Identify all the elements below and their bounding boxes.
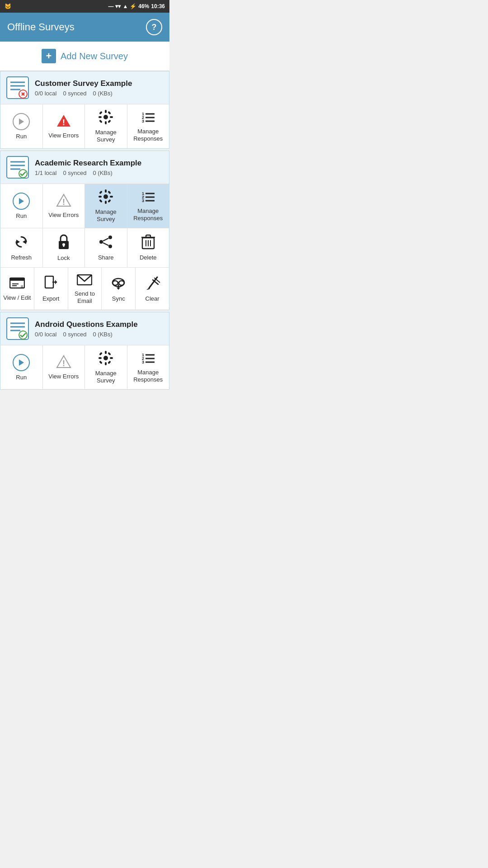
survey-header-android: Android Questions Example 0/0 local 0 sy…	[0, 312, 169, 345]
svg-point-57	[108, 245, 112, 248]
run-button-academic[interactable]: Run	[0, 184, 43, 228]
sync-button[interactable]: Sync	[102, 268, 136, 310]
svg-rect-18	[108, 111, 111, 115]
manage-responses-button-android[interactable]: 1 2 3 Manage Responses	[127, 345, 169, 389]
manage-responses-button-academic[interactable]: 1 2 3 Manage Responses	[127, 184, 169, 228]
svg-rect-39	[110, 196, 113, 198]
survey-header-customer: Customer Survey Example 0/0 local 0 sync…	[0, 71, 169, 104]
signal-icon: ▲	[122, 3, 128, 9]
share-button[interactable]: Share	[85, 228, 127, 267]
survey-actions-android: Run ! View Errors	[0, 345, 169, 389]
svg-text:3: 3	[142, 360, 144, 364]
survey-card-academic: Academic Research Example 1/1 local 0 sy…	[0, 151, 169, 310]
svg-rect-99	[108, 352, 111, 356]
view-errors-button-academic[interactable]: ! View Errors	[43, 184, 85, 228]
share-label: Share	[98, 254, 114, 261]
lock-button[interactable]: Lock	[43, 228, 85, 267]
survey-title-academic: Academic Research Example	[35, 159, 164, 168]
help-icon: ?	[152, 23, 157, 32]
svg-rect-36	[105, 189, 107, 193]
run-label: Run	[16, 133, 27, 140]
manage-survey-button-android[interactable]: Manage Survey	[85, 345, 127, 389]
survey-stats-android: 0/0 local 0 synced 0 (KBs)	[35, 331, 164, 338]
svg-rect-54	[63, 245, 64, 247]
battery-percent: 46%	[138, 3, 149, 9]
svg-text:!: !	[62, 359, 65, 368]
extra-actions-row1-academic: Refresh Lock	[0, 228, 169, 267]
delete-label: Delete	[140, 254, 157, 261]
svg-rect-93	[105, 351, 107, 354]
svg-rect-38	[99, 196, 102, 198]
stat-synced: 0 synced	[63, 90, 86, 97]
view-errors-button-android[interactable]: ! View Errors	[43, 345, 85, 389]
clear-button[interactable]: Clear	[136, 268, 169, 310]
manage-survey-button-academic[interactable]: Manage Survey	[85, 184, 127, 228]
survey-stats-customer: 0/0 local 0 synced 0 (KBs)	[35, 90, 164, 97]
svg-text:≡: ≡	[21, 284, 23, 289]
survey-card-android: Android Questions Example 0/0 local 0 sy…	[0, 312, 169, 390]
status-minus: —	[108, 3, 113, 9]
svg-marker-73	[55, 280, 57, 284]
survey-header-academic: Academic Research Example 1/1 local 0 sy…	[0, 151, 169, 184]
refresh-button[interactable]: Refresh	[0, 228, 43, 267]
run-label-academic: Run	[16, 212, 27, 220]
survey-info-customer: Customer Survey Example 0/0 local 0 sync…	[35, 79, 164, 97]
manage-survey-button-customer[interactable]: Manage Survey	[85, 104, 127, 148]
svg-rect-12	[105, 110, 107, 113]
svg-rect-62	[146, 235, 150, 237]
clock: 10:36	[151, 3, 165, 9]
send-email-label: Send to Email	[70, 290, 100, 304]
svg-point-55	[108, 236, 112, 239]
svg-marker-79	[117, 288, 120, 290]
survey-icon-android	[6, 317, 29, 340]
svg-rect-15	[110, 116, 113, 118]
svg-rect-100	[99, 361, 103, 364]
svg-rect-67	[10, 278, 24, 281]
svg-rect-40	[99, 191, 103, 194]
clear-label: Clear	[145, 295, 160, 302]
manage-responses-label-academic: Manage Responses	[129, 208, 168, 222]
app-header: Offline Surveys ?	[0, 13, 169, 42]
manage-survey-label-android: Manage Survey	[87, 370, 125, 384]
svg-marker-8	[19, 118, 24, 125]
survey-info-academic: Academic Research Example 1/1 local 0 sy…	[35, 159, 164, 176]
stat-synced-academic: 0 synced	[63, 170, 86, 176]
survey-title-customer: Customer Survey Example	[35, 79, 164, 88]
svg-rect-14	[99, 116, 102, 118]
svg-rect-37	[105, 201, 107, 204]
svg-rect-16	[99, 111, 103, 115]
manage-responses-button-customer[interactable]: 1 2 3 Manage Responses	[127, 104, 169, 148]
survey-actions-customer: Run ! View Errors	[0, 104, 169, 148]
svg-point-56	[99, 240, 103, 244]
svg-point-76	[113, 281, 118, 285]
svg-marker-51	[16, 240, 20, 244]
add-survey-label: Add New Survey	[61, 51, 128, 61]
svg-text:!: !	[62, 198, 65, 207]
view-errors-button-customer[interactable]: ! View Errors	[43, 104, 85, 148]
survey-title-android: Android Questions Example	[35, 320, 164, 329]
battery-charging-icon: ⚡	[130, 3, 136, 9]
run-label-android: Run	[16, 374, 27, 381]
view-edit-label: View / Edit	[3, 294, 31, 302]
stat-size: 0 (KBs)	[93, 90, 112, 97]
add-survey-button[interactable]: + Add New Survey	[0, 42, 169, 71]
export-button[interactable]: Export	[34, 268, 68, 310]
plus-icon: +	[42, 49, 56, 63]
svg-text:3: 3	[142, 119, 144, 123]
svg-point-77	[119, 281, 124, 285]
svg-rect-71	[45, 276, 53, 288]
view-errors-label-android: View Errors	[48, 373, 79, 380]
stat-synced-android: 0 synced	[63, 331, 86, 338]
view-edit-button[interactable]: ≡ View / Edit	[0, 268, 34, 310]
help-button[interactable]: ?	[146, 19, 162, 35]
svg-point-35	[103, 194, 108, 199]
survey-card-customer: Customer Survey Example 0/0 local 0 sync…	[0, 71, 169, 149]
svg-point-92	[103, 356, 108, 360]
delete-button[interactable]: Delete	[127, 228, 169, 267]
stat-size-android: 0 (KBs)	[93, 331, 112, 338]
manage-responses-label-android: Manage Responses	[129, 369, 168, 383]
run-button-customer[interactable]: Run	[0, 104, 43, 148]
send-email-button[interactable]: Send to Email	[68, 268, 102, 310]
run-button-android[interactable]: Run	[0, 345, 43, 389]
status-bar: 🐱 — ▾▾ ▲ ⚡ 46% 10:36	[0, 0, 169, 13]
